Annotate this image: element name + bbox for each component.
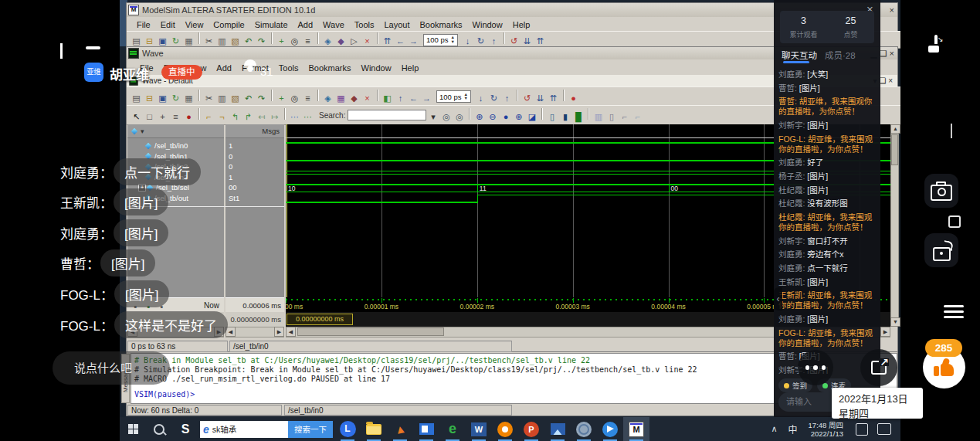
e-browser-icon[interactable]: e <box>439 417 466 441</box>
next-transition-icon[interactable]: ↱ <box>242 110 254 123</box>
taskbar-search-input[interactable]: sk轴承 <box>212 423 288 435</box>
run-continue-icon[interactable]: ↻ <box>475 35 487 47</box>
cut-icon[interactable]: ✂ <box>203 92 215 104</box>
reload-icon[interactable]: ↻ <box>170 92 181 104</box>
open-file-icon[interactable]: ⊟ <box>144 35 155 47</box>
step-icon[interactable]: ⇊ <box>534 92 546 104</box>
back-icon[interactable]: ← <box>395 35 406 47</box>
s-browser-icon[interactable]: S <box>172 417 198 441</box>
wave-menu-tools[interactable]: Tools <box>279 63 299 73</box>
run-all-icon[interactable]: ↑ <box>488 35 500 47</box>
scroll-right-icon[interactable]: ▶ <box>274 327 284 337</box>
blue-app-icon[interactable] <box>413 417 439 441</box>
find-icon[interactable]: ◎ <box>289 92 300 104</box>
paste-icon[interactable]: ▧ <box>229 92 241 104</box>
undo-icon[interactable]: ↶ <box>242 92 254 104</box>
taskbar-search-go-button[interactable]: 搜索一下 <box>288 421 333 438</box>
chevron-down-icon[interactable]: ▾ <box>141 127 144 135</box>
print-icon[interactable]: ▦ <box>183 35 195 47</box>
signal-pane-header[interactable]: ▾ <box>127 124 224 138</box>
clock-app-icon[interactable]: L <box>334 417 361 441</box>
close-icon[interactable]: × <box>890 5 894 15</box>
signal-value-pane[interactable]: 100100St1 <box>226 138 284 300</box>
wave-vertical-scrollbar[interactable]: ▲ ▼ <box>890 124 899 327</box>
compile-icon[interactable]: ◈ <box>322 35 334 47</box>
edit-mode-icon[interactable]: ≡ <box>170 110 181 123</box>
env-up-icon[interactable]: ⇈ <box>381 35 393 47</box>
photos-icon[interactable] <box>544 417 571 441</box>
green-view-icon[interactable]: █ <box>572 110 584 123</box>
redo-icon[interactable]: ↷ <box>256 35 267 47</box>
tray-expand-icon[interactable]: ∧ <box>771 424 778 434</box>
open-external-button[interactable] <box>860 349 897 386</box>
prev-edge-icon[interactable]: ↤ <box>256 110 267 123</box>
zoom-full-icon[interactable]: ● <box>500 110 511 123</box>
insert-cursor-icon[interactable]: ⌐ <box>203 110 215 123</box>
print-icon[interactable]: ▦ <box>183 92 195 104</box>
start-button[interactable] <box>120 417 146 441</box>
signal-row[interactable]: /sel_tb/in0 <box>127 141 224 151</box>
file-explorer-icon[interactable] <box>361 417 387 441</box>
delete-icon[interactable]: × <box>361 92 373 104</box>
copy-icon[interactable]: ▥ <box>216 35 228 47</box>
collapse-time-icon[interactable]: ⋯ <box>302 110 314 123</box>
wave-menu-add[interactable]: Add <box>216 63 232 73</box>
break-icon[interactable]: × <box>361 35 373 47</box>
search-reverse-icon[interactable]: ◎ <box>440 110 452 123</box>
menu-wave[interactable]: Wave <box>323 20 344 29</box>
stop-square-icon[interactable] <box>948 215 961 228</box>
sphere-app-icon[interactable] <box>571 417 597 441</box>
tab-chat[interactable]: 聊天互动 <box>782 49 817 61</box>
tab-members[interactable]: 成员·28 <box>825 49 856 61</box>
open-file-icon[interactable]: ⊟ <box>144 92 155 104</box>
more-button[interactable] <box>798 350 833 385</box>
find-icon[interactable]: ◎ <box>289 35 300 47</box>
cut-icon[interactable]: ✂ <box>203 35 215 47</box>
mem-icon[interactable]: ◈ <box>322 92 334 104</box>
pan-icon[interactable]: + <box>157 110 168 123</box>
scroll-up-icon[interactable]: ▲ <box>890 124 900 134</box>
new-file-icon[interactable]: ▤ <box>131 35 142 47</box>
camera-button[interactable] <box>924 174 958 208</box>
restart-icon[interactable]: ↺ <box>521 92 533 104</box>
ie-icon[interactable]: e <box>203 423 209 436</box>
copy-icon[interactable]: ▥ <box>216 92 228 104</box>
back-button[interactable] <box>60 43 63 57</box>
spinner-icon[interactable]: ▲▼ <box>451 36 455 44</box>
unlock-button[interactable] <box>924 233 958 267</box>
wave-menu-window[interactable]: Window <box>361 63 392 73</box>
zoom-range-icon[interactable]: ◪ <box>526 110 537 123</box>
menu-view[interactable]: View <box>185 20 204 29</box>
dingtalk-icon[interactable] <box>597 417 623 441</box>
select-cursor-icon[interactable]: ↖ <box>131 110 142 123</box>
menu-compile[interactable]: Compile <box>213 20 244 29</box>
search-dropdown-icon[interactable]: ▾ <box>427 110 439 123</box>
menu-window[interactable]: Window <box>473 20 503 29</box>
step-over-icon[interactable]: ⇈ <box>534 35 546 47</box>
link-icon[interactable]: ◧ <box>381 92 393 104</box>
menu-help[interactable]: Help <box>513 20 531 29</box>
cursor-time-box[interactable]: 0.00000000 ms <box>287 314 353 325</box>
watch-icon[interactable]: ◆ <box>348 92 360 104</box>
scroll-thumb[interactable] <box>891 134 898 165</box>
spinner-icon[interactable]: ▲▼ <box>464 93 468 101</box>
search-forward-icon[interactable]: ◎ <box>453 110 465 123</box>
reload-icon[interactable]: ↻ <box>170 35 181 47</box>
edge-b-icon[interactable]: ⌐ <box>632 110 643 123</box>
forward-icon[interactable]: → <box>408 35 419 47</box>
prev-transition-icon[interactable]: ↰ <box>229 110 241 123</box>
notes-icon[interactable] <box>856 423 868 436</box>
restart-icon[interactable]: ↺ <box>508 35 520 47</box>
menu-tools[interactable]: Tools <box>354 20 375 29</box>
ie-search-widget[interactable]: e sk轴承 搜索一下 <box>200 421 333 438</box>
panel-collapse-handle[interactable]: ‹ <box>774 287 782 310</box>
menu-layout[interactable]: Layout <box>385 20 410 29</box>
minimize-icon[interactable] <box>86 46 100 49</box>
right-icon[interactable]: → <box>421 92 432 104</box>
menu-simulate[interactable]: Simulate <box>255 20 288 29</box>
bus-view-icon[interactable]: ▥ <box>592 110 604 123</box>
save-icon[interactable]: ▣ <box>157 35 168 47</box>
run-length-field[interactable]: 100 ps▲▼ <box>423 34 458 46</box>
step-icon[interactable]: ⇊ <box>521 35 533 47</box>
stoplight-icon[interactable]: ● <box>183 110 195 123</box>
